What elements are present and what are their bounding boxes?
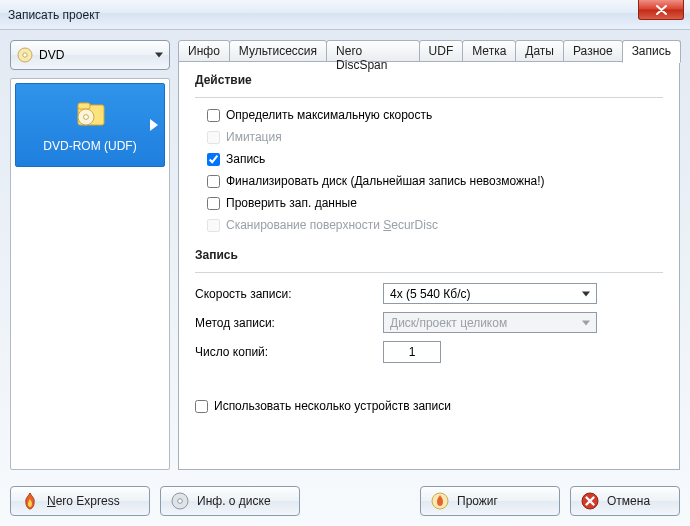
sidebar-tile-dvdrom[interactable]: DVD-ROM (UDF) [15,83,165,167]
chevron-down-icon [155,53,163,58]
close-button[interactable] [638,0,684,20]
disc-icon [17,47,33,63]
check-verify-label: Проверить зап. данные [226,196,357,210]
check-write[interactable]: Запись [207,152,663,166]
tab-misc[interactable]: Разное [563,40,623,62]
check-verify[interactable]: Проверить зап. данные [207,196,663,210]
close-icon [656,5,667,15]
check-multi-recorders-box[interactable] [195,400,208,413]
svg-point-1 [23,53,27,57]
write-method-value: Диск/проект целиком [390,316,507,330]
flame-icon [21,492,39,510]
tab-info[interactable]: Инфо [178,40,230,62]
nero-express-label: Nero Express [47,494,120,508]
sidebar-panel: DVD-ROM (UDF) [10,78,170,470]
burn-label: Прожиг [457,494,498,508]
check-finalize-box[interactable] [207,175,220,188]
check-finalize-label: Финализировать диск (Дальнейшая запись н… [226,174,545,188]
write-method-label: Метод записи: [195,316,383,330]
section-heading-action: Действие [195,73,663,87]
svg-rect-3 [78,103,90,109]
check-simulate-box [207,131,220,144]
check-multi-recorders-label: Использовать несколько устройств записи [214,399,451,413]
check-finalize[interactable]: Финализировать диск (Дальнейшая запись н… [207,174,663,188]
tab-panel-burn: Действие Определить максимальную скорост… [178,61,680,470]
burn-button[interactable]: Прожиг [420,486,560,516]
svg-point-7 [178,499,183,504]
chevron-down-icon [582,320,590,325]
media-type-label: DVD [39,48,64,62]
check-determine-max-speed[interactable]: Определить максимальную скорость [207,108,663,122]
check-write-label: Запись [226,152,265,166]
cancel-label: Отмена [607,494,650,508]
write-speed-select[interactable]: 4x (5 540 Кб/с) [383,283,597,304]
tab-multisession[interactable]: Мультисессия [229,40,327,62]
tab-burn[interactable]: Запись [622,40,681,63]
svg-point-5 [84,115,89,120]
tab-dates[interactable]: Даты [515,40,564,62]
cancel-icon [581,492,599,510]
chevron-down-icon [582,291,590,296]
titlebar: Записать проект [0,0,690,30]
cancel-button[interactable]: Отмена [570,486,680,516]
check-verify-box[interactable] [207,197,220,210]
check-multi-recorders[interactable]: Использовать несколько устройств записи [195,399,663,413]
arrow-right-icon [150,119,158,131]
section-heading-burn: Запись [195,248,663,262]
check-scan-securdisc-label: Сканирование поверхности SecurDisc [226,218,438,232]
sidebar-tile-label: DVD-ROM (UDF) [43,139,136,153]
write-speed-label: Скорость записи: [195,287,383,301]
check-simulate-label: Имитация [226,130,282,144]
write-speed-value: 4x (5 540 Кб/с) [390,287,471,301]
tabstrip: Инфо Мультисессия Nero DiscSpan UDF Метк… [178,40,680,62]
tab-label[interactable]: Метка [462,40,516,62]
tab-udf[interactable]: UDF [419,40,464,62]
disc-icon [171,492,189,510]
disc-folder-icon [72,97,108,133]
check-determine-max-speed-label: Определить максимальную скорость [226,108,432,122]
write-method-select: Диск/проект целиком [383,312,597,333]
window-title: Записать проект [8,8,100,22]
disc-info-label: Инф. о диске [197,494,271,508]
copies-input[interactable] [383,341,441,363]
copies-label: Число копий: [195,345,383,359]
check-scan-securdisc-box [207,219,220,232]
disc-info-button[interactable]: Инф. о диске [160,486,300,516]
nero-express-button[interactable]: Nero Express [10,486,150,516]
media-type-dropdown[interactable]: DVD [10,40,170,70]
burn-icon [431,492,449,510]
check-simulate: Имитация [207,130,663,144]
button-row: Nero Express Инф. о диске Прожиг Отмена [10,486,680,516]
check-determine-max-speed-box[interactable] [207,109,220,122]
check-write-box[interactable] [207,153,220,166]
tab-discspan[interactable]: Nero DiscSpan [326,40,419,62]
check-scan-securdisc: Сканирование поверхности SecurDisc [207,218,663,232]
